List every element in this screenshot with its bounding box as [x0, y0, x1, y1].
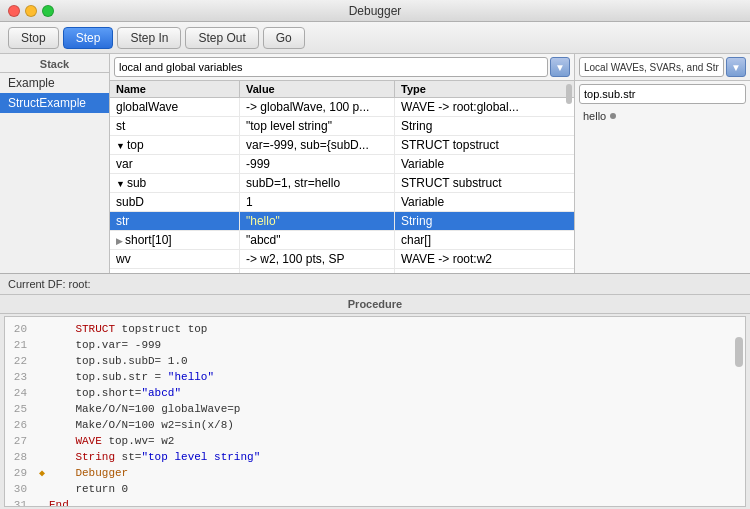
title-bar: Debugger [0, 0, 750, 22]
minimize-button[interactable] [25, 5, 37, 17]
line-number: 21 [5, 339, 35, 351]
var-type: STRUCT topstruct [395, 136, 574, 154]
var-type: WAVE -> root:w2 [395, 250, 574, 268]
main-area: Stack Example StructExample ▼ Name Value… [0, 54, 750, 509]
vars-scope-dropdown[interactable] [114, 57, 548, 77]
right-toolbar: Local WAVEs, SVARs, and Strings ▼ [575, 54, 750, 81]
right-panel: Local WAVEs, SVARs, and Strings ▼ hello [575, 54, 750, 273]
stack-item-example[interactable]: Example [0, 73, 109, 93]
line-code: Make/O/N=100 globalWave=p [49, 403, 745, 415]
line-code: STRUCT topstruct top [49, 323, 745, 335]
col-value-header: Value [240, 81, 395, 97]
stack-item-structexample[interactable]: StructExample [0, 93, 109, 113]
var-type: Variable [395, 155, 574, 173]
code-line: 25 Make/O/N=100 globalWave=p [5, 401, 745, 417]
line-code: WAVE top.wv= w2 [49, 435, 745, 447]
line-code: End [49, 499, 745, 507]
step-out-button[interactable]: Step Out [185, 27, 258, 49]
table-row[interactable]: subD 1 Variable [110, 193, 574, 212]
procedure-scrollbar[interactable] [735, 337, 743, 367]
var-name: globalWave [110, 98, 240, 116]
code-line: 30 return 0 [5, 481, 745, 497]
vars-scope-arrow[interactable]: ▼ [550, 57, 570, 77]
line-code: top.sub.str = "hello" [49, 371, 745, 383]
var-name: subD [110, 193, 240, 211]
line-number: 20 [5, 323, 35, 335]
var-value: -999 [240, 155, 395, 173]
var-name: ▶short[10] [110, 231, 240, 249]
code-line: 27 WAVE top.wv= w2 [5, 433, 745, 449]
line-number: 25 [5, 403, 35, 415]
var-value: var=-999, sub={subD... [240, 136, 395, 154]
table-row[interactable]: w2 -> w2, 100 pts, SP WAVE -> root:w2 [110, 269, 574, 273]
table-row[interactable]: ▶short[10] "abcd" char[] [110, 231, 574, 250]
code-line: 20 STRUCT topstruct top [5, 321, 745, 337]
col-type-header: Type [395, 81, 574, 97]
line-code: top.sub.subD= 1.0 [49, 355, 745, 367]
table-row[interactable]: ▼sub subD=1, str=hello STRUCT substruct [110, 174, 574, 193]
var-type: WAVE -> root:w2 [395, 269, 574, 273]
window-title: Debugger [349, 4, 402, 18]
line-number: 26 [5, 419, 35, 431]
stop-button[interactable]: Stop [8, 27, 59, 49]
close-button[interactable] [8, 5, 20, 17]
right-content: hello [575, 81, 750, 127]
line-number: 22 [5, 355, 35, 367]
right-scope-arrow[interactable]: ▼ [726, 57, 746, 77]
line-code: top.short="abcd" [49, 387, 745, 399]
line-number: 24 [5, 387, 35, 399]
right-value-text: hello [583, 110, 606, 122]
var-name: wv [110, 250, 240, 268]
line-number: 28 [5, 451, 35, 463]
code-line: 23 top.sub.str = "hello" [5, 369, 745, 385]
var-name: str [110, 212, 240, 230]
table-row[interactable]: ▼top var=-999, sub={subD... STRUCT topst… [110, 136, 574, 155]
code-line: 31 End [5, 497, 745, 507]
right-scope-label: Local WAVEs, SVARs, and Strings [584, 62, 719, 73]
code-line: 24 top.short="abcd" [5, 385, 745, 401]
var-type: STRUCT substruct [395, 174, 574, 192]
var-value: "top level string" [240, 117, 395, 135]
var-name: w2 [110, 269, 240, 273]
var-type: Variable [395, 193, 574, 211]
vars-scrollbar[interactable] [566, 84, 572, 104]
procedure-content: 20 STRUCT topstruct top 21 top.var= -999… [4, 316, 746, 507]
var-value: 1 [240, 193, 395, 211]
var-value: "hello" [240, 212, 395, 230]
maximize-button[interactable] [42, 5, 54, 17]
window-controls [8, 5, 54, 17]
code-line: 22 top.sub.subD= 1.0 [5, 353, 745, 369]
var-type: String [395, 212, 574, 230]
line-number: 29 [5, 467, 35, 479]
table-row[interactable]: var -999 Variable [110, 155, 574, 174]
vars-table: Name Value Type globalWave -> globalWave… [110, 81, 574, 273]
line-number: 23 [5, 371, 35, 383]
code-line: 28 String st="top level string" [5, 449, 745, 465]
vars-toolbar: ▼ [110, 54, 574, 81]
var-value: subD=1, str=hello [240, 174, 395, 192]
go-button[interactable]: Go [263, 27, 305, 49]
step-in-button[interactable]: Step In [117, 27, 181, 49]
line-number: 30 [5, 483, 35, 495]
value-indicator [610, 113, 616, 119]
vars-table-header: Name Value Type [110, 81, 574, 98]
step-button[interactable]: Step [63, 27, 114, 49]
table-row[interactable]: st "top level string" String [110, 117, 574, 136]
table-row[interactable]: globalWave -> globalWave, 100 p... WAVE … [110, 98, 574, 117]
var-name: var [110, 155, 240, 173]
stack-items: Example StructExample [0, 73, 109, 273]
current-df-text: Current DF: root: [8, 278, 91, 290]
code-line: 21 top.var= -999 [5, 337, 745, 353]
var-value: -> globalWave, 100 p... [240, 98, 395, 116]
right-value-display: hello [579, 108, 746, 124]
table-row[interactable]: str "hello" String [110, 212, 574, 231]
var-type: char[] [395, 231, 574, 249]
var-name: st [110, 117, 240, 135]
table-row[interactable]: wv -> w2, 100 pts, SP WAVE -> root:w2 [110, 250, 574, 269]
line-code: Make/O/N=100 w2=sin(x/8) [49, 419, 745, 431]
right-var-input[interactable] [579, 84, 746, 104]
line-code: String st="top level string" [49, 451, 745, 463]
current-df: Current DF: root: [0, 274, 750, 295]
right-scope-dropdown[interactable]: Local WAVEs, SVARs, and Strings [579, 57, 724, 77]
debugger-toolbar: Stop Step Step In Step Out Go [0, 22, 750, 54]
